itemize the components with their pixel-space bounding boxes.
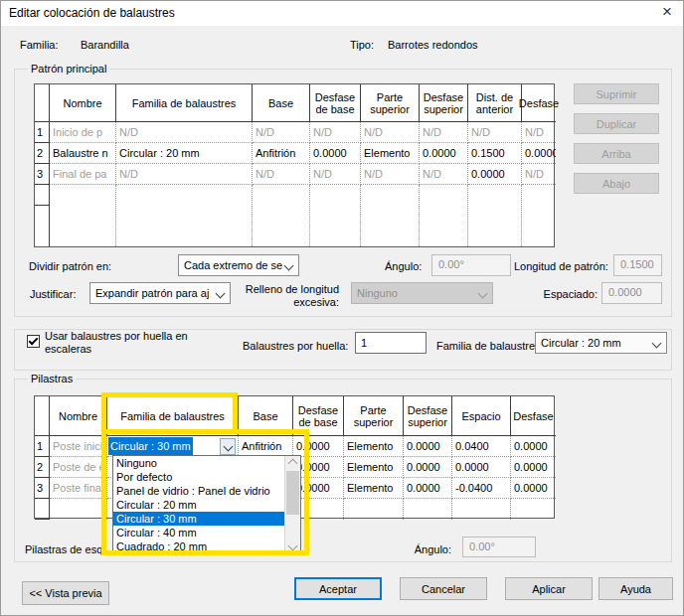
cell[interactable]: -0.0400 — [452, 478, 511, 499]
row-number[interactable]: 3 — [35, 478, 50, 499]
dropdown-item[interactable]: Circular : 20 mm — [113, 498, 284, 512]
cell[interactable]: N/D — [522, 164, 556, 185]
cell[interactable]: Anfitrión — [253, 143, 310, 164]
cell[interactable]: 0.0000 — [511, 457, 556, 478]
header-cell: Espacio — [452, 396, 511, 436]
cell[interactable]: 0.0000 — [404, 478, 452, 499]
familia-balaustres-dropdown-list: Ninguno Por defecto Panel de vidrio : Pa… — [112, 455, 301, 554]
usar-balaustres-checkbox[interactable] — [27, 335, 40, 348]
row-number[interactable]: 3 — [35, 164, 50, 185]
dropdown-item[interactable]: Cuadrado : 20 mm — [113, 539, 284, 553]
cell[interactable]: N/D — [116, 122, 253, 143]
patron-principal-group-title: Patrón principal — [28, 63, 109, 75]
relleno-combobox[interactable]: Ninguno — [351, 282, 493, 304]
cancelar-button[interactable]: Cancelar — [400, 577, 487, 600]
chevron-down-icon — [284, 261, 294, 271]
cell[interactable]: Poste de e — [50, 457, 107, 478]
cell[interactable]: 0.0000 — [404, 457, 452, 478]
familia-balaustres-label: Familia de balaustres: — [436, 340, 544, 352]
cell[interactable]: N/D — [468, 122, 522, 143]
cell[interactable]: Elemento — [344, 457, 404, 478]
cell[interactable]: 0.0000 — [468, 164, 522, 185]
familia-balaustres-combobox[interactable]: Circular : 20 mm — [535, 332, 667, 354]
header-cell: Base — [253, 84, 310, 122]
header-cell: Familia de balaustres — [107, 396, 239, 436]
aplicar-button[interactable]: Aplicar — [505, 577, 593, 600]
cell[interactable]: Anfitrión — [239, 436, 293, 457]
cell[interactable]: 0.0000 — [511, 478, 556, 499]
close-icon[interactable]: × — [657, 2, 677, 22]
cell[interactable]: 0.0000 — [293, 436, 344, 457]
dividir-patron-combobox[interactable]: Cada extremo de se — [178, 254, 299, 276]
cell[interactable]: N/D — [253, 164, 310, 185]
arriba-button[interactable]: Arriba — [574, 143, 659, 164]
scroll-down-icon[interactable] — [288, 541, 298, 551]
angulo-field[interactable]: 0.00° — [431, 254, 511, 276]
cell[interactable]: 0.0000 — [310, 143, 361, 164]
combobox-dropdown-button[interactable] — [220, 438, 236, 455]
justificar-combobox[interactable]: Expandir patrón para aj — [89, 282, 231, 304]
scrollbar-thumb[interactable] — [286, 471, 299, 515]
dropdown-scrollbar[interactable] — [284, 456, 300, 553]
longitud-patron-field[interactable]: 0.1500 — [613, 254, 662, 276]
cell[interactable]: N/D — [361, 122, 420, 143]
cell[interactable]: Poste inici — [50, 436, 107, 457]
cell[interactable]: Balaustre n — [50, 143, 116, 164]
cell[interactable]: 0.0400 — [452, 436, 511, 457]
cell[interactable]: 0.0000 — [511, 436, 556, 457]
dropdown-item[interactable]: Panel de vidrio : Panel de vidrio — [113, 484, 284, 498]
cell[interactable]: Final de pa — [50, 164, 116, 185]
cell[interactable]: Elemento — [344, 478, 404, 499]
abajo-button[interactable]: Abajo — [574, 173, 659, 194]
tipo-value: Barrotes redondos — [388, 39, 478, 51]
cell[interactable]: Circular : 20 mm — [116, 143, 253, 164]
cell[interactable]: 0.0000 — [404, 436, 452, 457]
cell[interactable]: N/D — [310, 164, 361, 185]
aceptar-button[interactable]: Aceptar — [294, 577, 382, 600]
header-cell: Desfase — [522, 84, 556, 122]
cell[interactable]: N/D — [522, 122, 556, 143]
ayuda-button[interactable]: Ayuda — [598, 577, 673, 600]
cell[interactable]: Inicio de p — [50, 122, 116, 143]
header-cell: Desfase superior — [404, 396, 452, 436]
familia-value: Barandilla — [81, 39, 129, 51]
cell[interactable]: N/D — [310, 122, 361, 143]
dropdown-item[interactable]: Ninguno — [113, 456, 284, 470]
balaustres-por-huella-input[interactable]: 1 — [355, 332, 427, 354]
vista-previa-button[interactable]: << Vista previa — [22, 581, 109, 605]
cell[interactable]: Poste fina — [50, 478, 107, 499]
row-number[interactable]: 1 — [35, 436, 50, 457]
tipo-label: Tipo: — [350, 39, 374, 51]
dropdown-item[interactable]: Circular : 40 mm — [113, 526, 284, 539]
familia-balaustres-cell-combobox[interactable]: Circular : 30 mm — [107, 436, 238, 456]
dropdown-item-selected[interactable]: Circular : 30 mm — [113, 512, 284, 526]
espaciado-field[interactable]: 0.0000 — [601, 282, 662, 304]
cell[interactable]: N/D — [420, 122, 468, 143]
patron-principal-table: Nombre Familia de balaustres Base Desfas… — [34, 83, 555, 247]
cell[interactable]: N/D — [116, 164, 253, 185]
cell[interactable]: N/D — [420, 164, 468, 185]
cell[interactable]: N/D — [253, 122, 310, 143]
cell[interactable]: 0.0000 — [522, 143, 556, 164]
cell[interactable]: Elemento — [361, 143, 420, 164]
dropdown-item[interactable]: Por defecto — [113, 470, 284, 484]
row-number[interactable]: 2 — [35, 143, 50, 164]
duplicar-button[interactable]: Duplicar — [574, 113, 659, 134]
familia-label: Familia: — [20, 39, 59, 51]
pilastras-angulo-field[interactable]: 0.00° — [462, 537, 536, 557]
cell[interactable]: 0.1500 — [468, 143, 522, 164]
row-number[interactable]: 2 — [35, 457, 50, 478]
header-cell: Nombre — [50, 84, 116, 122]
chevron-down-icon — [478, 289, 488, 299]
chevron-down-icon — [216, 289, 226, 299]
cell[interactable]: Circular : 30 mm — [107, 436, 239, 457]
suprimir-button[interactable]: Suprimir — [574, 83, 659, 104]
cell[interactable]: 0.0000 — [452, 457, 511, 478]
longitud-patron-label: Longitud de patrón: — [514, 260, 608, 272]
cell[interactable]: Elemento — [344, 436, 404, 457]
row-number[interactable]: 1 — [35, 122, 50, 143]
cell[interactable]: N/D — [361, 164, 420, 185]
scroll-up-icon[interactable] — [288, 459, 298, 469]
header-cell — [35, 84, 50, 122]
cell[interactable]: 0.0000 — [420, 143, 468, 164]
